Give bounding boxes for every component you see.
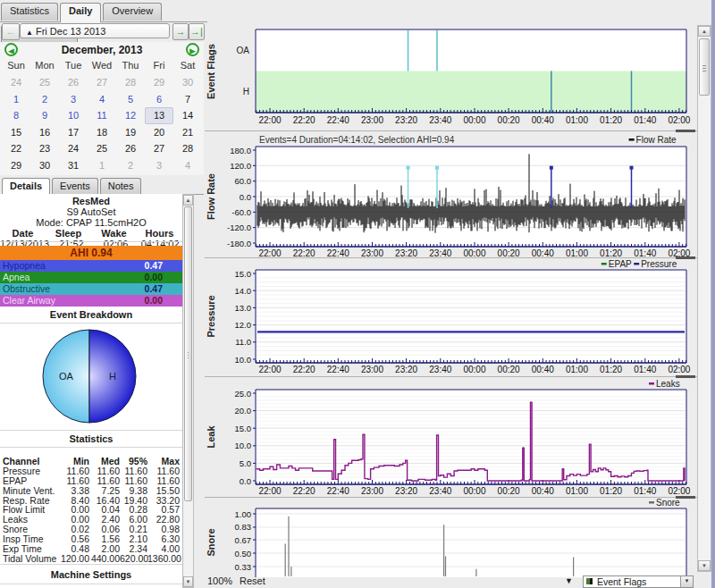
calendar-day[interactable]: 14 (173, 107, 202, 124)
session-header: Wake (91, 228, 137, 239)
calendar-day[interactable]: 31 (59, 157, 88, 174)
next-month-icon[interactable]: ▶ (186, 43, 199, 56)
x-tick-label: 23:20 (395, 115, 417, 125)
tab-daily[interactable]: Daily (60, 3, 101, 22)
y-tick-label: 0.33 (235, 562, 252, 572)
calendar-day[interactable]: 2 (30, 91, 59, 108)
calendar-day[interactable]: 29 (2, 157, 30, 174)
y-tick-label: 11.0 (235, 337, 251, 347)
calendar-day[interactable]: 23 (30, 140, 59, 157)
x-tick-label: 01:00 (566, 248, 588, 258)
calendar-day[interactable]: 30 (173, 74, 202, 91)
charts-area[interactable]: 22:0022:2022:4023:0023:2023:4000:0000:20… (205, 0, 712, 588)
y-tick-label: 0.0 (240, 192, 251, 202)
ahi-row-value: 0.47 (145, 260, 163, 272)
x-tick-label: 00:00 (463, 115, 485, 125)
calendar-day[interactable]: 25 (30, 74, 59, 91)
splitter-handle (676, 256, 695, 259)
divider (0, 430, 182, 431)
y-tick-label: 20.0 (235, 406, 252, 416)
calendar-day[interactable]: 1 (88, 157, 116, 174)
details-scrollbar-thumb[interactable] (184, 206, 192, 501)
calendar-day[interactable]: 17 (59, 124, 88, 141)
calendar-day[interactable]: 9 (30, 107, 59, 124)
calendar-day[interactable]: 20 (145, 124, 173, 141)
scroll-down-icon[interactable]: ▼ (698, 560, 711, 571)
details-scrollbar[interactable]: ▲ ▼ (182, 194, 194, 588)
calendar-day[interactable]: 12 (116, 107, 145, 124)
calendar-day[interactable]: 19 (116, 124, 145, 141)
x-tick-label: 23:40 (429, 115, 451, 125)
calendar-day[interactable]: 3 (145, 157, 173, 174)
calendar-day[interactable]: 4 (173, 157, 202, 174)
chevron-down-icon[interactable]: ▼ (680, 576, 693, 587)
scroll-up-icon[interactable]: ▲ (183, 195, 193, 206)
event-breakdown-pie[interactable]: OAH (0, 325, 182, 431)
calendar-day[interactable]: 28 (116, 74, 145, 91)
charts-scrollbar-thumb[interactable] (699, 38, 710, 96)
x-tick-label: 01:40 (634, 115, 656, 125)
y-tick-label: 14.0 (235, 286, 252, 296)
calendar-day[interactable]: 25 (88, 140, 116, 157)
calendar-day[interactable]: 7 (173, 91, 202, 108)
y-tick-label: 13.0 (235, 303, 252, 313)
calendar-day[interactable]: 26 (59, 74, 88, 91)
calendar-day[interactable]: 16 (30, 124, 59, 141)
scroll-up-icon[interactable]: ▲ (698, 26, 711, 37)
x-tick-label: 23:20 (395, 486, 417, 496)
calendar-day[interactable]: 24 (59, 140, 88, 157)
calendar-day[interactable]: 6 (145, 91, 173, 108)
ahi-row-label: Hypopnea (3, 260, 46, 272)
scroll-down-icon[interactable]: ▼ (183, 576, 193, 587)
x-tick-label: 01:40 (634, 486, 656, 496)
detail-tabbar: DetailsEventsNotesBookmarks (0, 175, 204, 195)
current-date-label: Fri Dec 13 2013 (36, 26, 105, 37)
prev-day-button[interactable]: ← (2, 23, 20, 40)
calendar-day[interactable]: 30 (30, 157, 59, 174)
date-dropdown-button[interactable]: ▲ Fri Dec 13 2013 (20, 23, 170, 38)
calendar-day[interactable]: 1 (2, 91, 30, 108)
calendar-day[interactable]: 4 (88, 91, 116, 108)
calendar-day[interactable]: 18 (88, 124, 116, 141)
details-pane: ResMed S9 AutoSet Mode: CPAP 11.5cmH2O D… (0, 194, 183, 588)
graph-select-dropdown[interactable]: Event Flags ▼ (583, 575, 694, 588)
calendar-day-selected[interactable]: 13 (145, 107, 173, 124)
y-axis-label: Leak (206, 425, 216, 449)
calendar-day[interactable]: 27 (88, 74, 116, 91)
calendar-day[interactable]: 15 (2, 124, 30, 141)
reset-button[interactable]: Reset (240, 575, 265, 586)
x-tick-label: 01:40 (634, 248, 656, 258)
x-tick-label: 00:40 (532, 486, 554, 496)
y-tick-label: -60.0 (231, 207, 251, 217)
tab-events[interactable]: Events (52, 178, 98, 194)
calendar-day[interactable]: 2 (116, 157, 145, 174)
ahi-row-obstructive: Obstructive0.47 (0, 283, 182, 295)
calendar-day[interactable]: 26 (116, 140, 145, 157)
calendar-day[interactable]: 27 (145, 140, 173, 157)
collapse-triangle-icon[interactable]: ▼ (565, 576, 573, 585)
calendar-day[interactable]: 24 (2, 74, 30, 91)
machine-brand: ResMed (0, 196, 182, 206)
calendar-day[interactable]: 3 (59, 91, 88, 108)
tab-statistics[interactable]: Statistics (1, 3, 58, 21)
calendar-day[interactable]: 29 (145, 74, 173, 91)
calendar-day[interactable]: 11 (88, 107, 116, 124)
tab-details[interactable]: Details (2, 178, 50, 196)
x-tick-label: 00:20 (498, 115, 520, 125)
x-tick-label: 00:00 (463, 248, 485, 258)
calendar-day[interactable]: 28 (173, 140, 202, 157)
calendar-day[interactable]: 10 (59, 107, 88, 124)
legend-label: Pressure (641, 259, 677, 269)
next-day-button[interactable]: → (172, 23, 189, 40)
calendar-day[interactable]: 5 (116, 91, 145, 108)
x-tick-label: 00:00 (463, 486, 485, 496)
tab-overview[interactable]: Overview (103, 3, 162, 21)
tab-notes[interactable]: Notes (100, 178, 142, 194)
last-day-button[interactable]: →| (189, 23, 205, 40)
calendar-day[interactable]: 22 (2, 140, 30, 157)
calendar-day[interactable]: 21 (173, 124, 202, 141)
x-tick-label: 22:40 (327, 115, 349, 125)
charts-scrollbar[interactable]: ▲ ▼ (697, 25, 711, 572)
date-navigator: ← ▲ Fri Dec 13 2013 → →| (0, 22, 204, 41)
calendar-day[interactable]: 8 (2, 107, 30, 124)
